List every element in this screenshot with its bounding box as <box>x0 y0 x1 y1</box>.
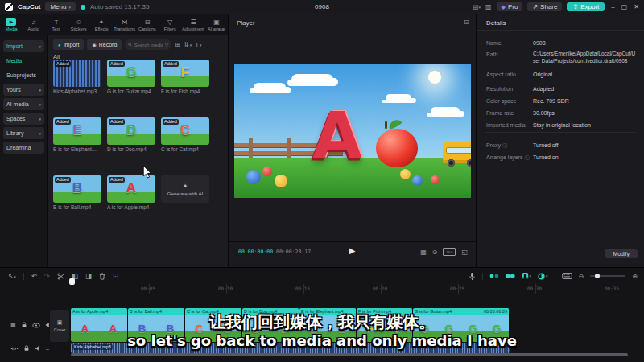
divider <box>477 30 644 31</box>
zoom-slider[interactable] <box>590 275 625 277</box>
sidebar-item-subprojects[interactable]: Subprojects <box>3 69 44 81</box>
sidebar-item-import[interactable]: Import▾ <box>3 40 44 52</box>
maximize-button[interactable]: ▢ <box>621 3 628 10</box>
media-item[interactable]: AddedF F is for Fish.mp4 <box>161 60 209 94</box>
subtitle-line-english: so let's go back to media and only media… <box>0 332 644 349</box>
aspect-ratio-button[interactable]: 16:9 <box>443 248 456 256</box>
media-thumbnail: AddedG <box>107 60 155 87</box>
media-thumbnail: AddedB <box>53 175 101 203</box>
search-icon <box>128 42 132 47</box>
fence-post <box>249 138 253 158</box>
tab-audio[interactable]: ♫Audio <box>23 14 45 35</box>
timeline-ruler[interactable]: 00:05 00:10 00:15 00:20 00:25 00:30 00:3… <box>48 284 644 294</box>
filter-funnel-icon: ▽ <box>165 42 169 47</box>
media-item[interactable]: AddedA A is for Apple.mp4 <box>107 175 155 210</box>
tab-stickers[interactable]: ☺Stickers <box>68 14 90 35</box>
layout-wide-icon[interactable]: ▥ <box>485 3 492 10</box>
cloud <box>291 74 333 85</box>
tab-captions[interactable]: ⊟Captions <box>136 14 159 35</box>
preview-axis-toggle-icon[interactable] <box>489 273 499 279</box>
stickers-icon: ☺ <box>76 18 82 26</box>
sidebar-item-dreamina[interactable]: Dreamina <box>3 142 44 154</box>
video-preview[interactable]: A <box>234 64 471 198</box>
media-item[interactable]: AddedC C is for Cat.mp4 <box>161 117 209 152</box>
ai-avatar-icon: ▣ <box>213 18 220 26</box>
detail-label: Imported media <box>486 121 533 129</box>
link-clips-toggle-icon[interactable] <box>506 273 515 279</box>
generate-with-ai-button[interactable]: ✦ Generate with AI <box>161 175 209 203</box>
render-preview-icon[interactable]: ▾ <box>538 273 548 280</box>
search-box[interactable]: ▽ <box>125 39 171 50</box>
shortcuts-keyboard-icon[interactable] <box>562 273 572 279</box>
share-icon: ⇗ <box>532 3 538 10</box>
media-thumbnail: AddedD <box>107 117 155 145</box>
info-icon: ⓘ <box>525 155 530 160</box>
detail-value: Adapted <box>533 85 636 93</box>
export-button[interactable]: ⇧Export <box>567 2 605 11</box>
media-item[interactable]: AddedE E is for Elephant.mp4 <box>53 117 101 152</box>
media-item[interactable]: AddedB B is for Ball.mp4 <box>53 175 101 210</box>
modify-button[interactable]: Modify <box>605 249 638 258</box>
split-scissors-icon[interactable] <box>57 273 64 280</box>
share-button[interactable]: ⇗Share <box>527 2 562 11</box>
sidebar-item-media[interactable]: Media <box>3 55 44 67</box>
ai-sparkle-icon: ✦ <box>183 183 188 190</box>
sidebar-item-spaces[interactable]: Spaces▾ <box>3 113 44 125</box>
media-item[interactable]: AddedG G is for Guitar.mp4 <box>107 60 155 94</box>
delete-icon[interactable] <box>99 273 105 280</box>
type-filter-icon[interactable]: T▾ <box>195 41 201 48</box>
timeline-scrollbar[interactable] <box>71 353 628 356</box>
tab-text[interactable]: TText <box>45 14 68 35</box>
sidebar-item-yours[interactable]: Yours▾ <box>3 84 44 96</box>
preview-quality-icon[interactable]: ▦ <box>420 249 427 256</box>
player-settings-icon[interactable]: ⊡ <box>464 19 469 26</box>
undo-icon[interactable]: ↶ <box>31 272 37 280</box>
voiceover-mic-icon[interactable] <box>469 272 476 281</box>
player-panel: Player ⊡ A 00:0 <box>229 14 477 267</box>
import-button[interactable]: ●Import <box>53 39 84 50</box>
tab-adjustment[interactable]: ☰Adjustment <box>181 14 205 35</box>
record-button[interactable]: ◉Record <box>87 39 122 50</box>
added-badge: Added <box>109 119 125 125</box>
sun <box>428 71 441 84</box>
layout-panels-icon[interactable]: ▤▾ <box>473 3 481 10</box>
letter-a-3d: A <box>312 108 362 166</box>
tab-media[interactable]: ▶Media <box>0 14 23 35</box>
fullscreen-icon[interactable]: ◱ <box>461 249 468 256</box>
media-item[interactable]: Added Kids Alphabet.mp3 <box>53 60 101 94</box>
snap-magnet-icon[interactable]: ▾ <box>522 273 532 280</box>
media-thumbnail: AddedE <box>53 117 101 145</box>
player-title: Player <box>237 19 255 27</box>
zoom-slider-thumb[interactable] <box>595 274 600 278</box>
zoom-out-icon[interactable]: ⊖ <box>579 273 584 280</box>
trim-right-icon[interactable]: ◨ <box>85 272 92 280</box>
play-button[interactable]: ▶ <box>349 246 356 255</box>
details-title: Details <box>486 19 506 27</box>
tab-transitions[interactable]: ⋈Transitions <box>113 14 136 35</box>
grid-view-icon[interactable]: ⊞ <box>175 41 180 48</box>
details-panel: Details Name0908 PathC:/Users/Emenike/Ap… <box>477 14 644 267</box>
media-toolbar: ●Import ◉Record ▽ ⊞ ⇅▾ T▾ <box>53 39 202 50</box>
menu-button[interactable]: Menu▾ <box>45 2 76 11</box>
select-tool-icon[interactable]: ↖▾ <box>8 272 16 280</box>
zoom-in-icon[interactable]: ⊕ <box>632 273 638 280</box>
pro-button[interactable]: ◆Pro <box>497 2 523 11</box>
minimize-button[interactable]: – <box>611 3 614 10</box>
media-panel: ●Import ◉Record ▽ ⊞ ⇅▾ T▾ All Added Kids… <box>48 35 229 267</box>
search-input[interactable] <box>134 43 163 47</box>
frame-focus-icon[interactable]: ⊙ <box>432 249 438 256</box>
sidebar-item-ai-media[interactable]: AI media▾ <box>3 98 44 110</box>
tab-filters[interactable]: ▽Filters <box>159 14 181 35</box>
media-thumbnail: AddedC <box>161 117 209 145</box>
export-icon: ⇧ <box>572 3 578 10</box>
sidebar-item-library[interactable]: Library▾ <box>3 127 44 139</box>
info-icon: ⓘ <box>502 143 507 148</box>
tab-effects[interactable]: ✦Effects <box>90 14 113 35</box>
freeze-frame-icon[interactable]: ⊡ <box>113 272 118 280</box>
close-button[interactable]: ✕ <box>634 3 639 10</box>
media-item[interactable]: AddedD D is for Dog.mp4 <box>107 117 155 152</box>
sort-icon[interactable]: ⇅▾ <box>184 41 192 48</box>
capcut-logo-icon <box>5 3 13 11</box>
tab-ai-avatar[interactable]: ▣AI avatar <box>205 14 228 35</box>
redo-icon[interactable]: ↷ <box>44 272 50 280</box>
